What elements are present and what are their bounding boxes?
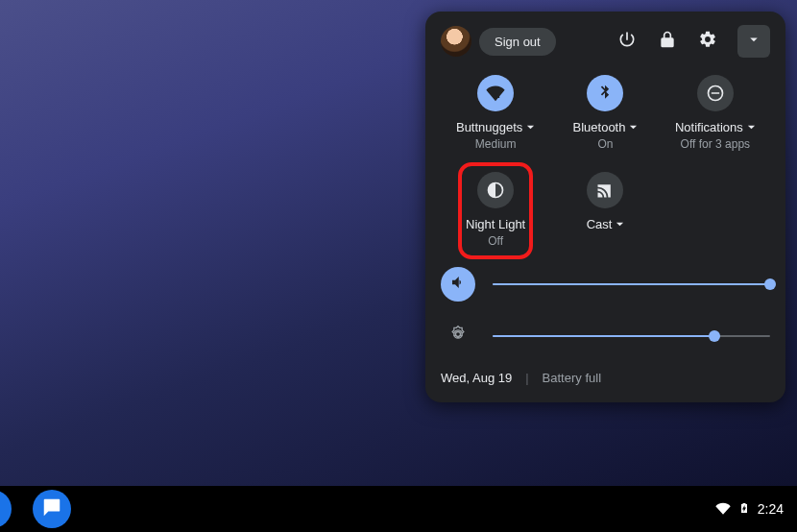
bluetooth-sublabel: On <box>597 137 613 151</box>
shelf-app-partial[interactable] <box>0 490 12 528</box>
do-not-disturb-icon <box>697 75 734 111</box>
lock-button[interactable] <box>651 25 684 58</box>
caret-down-icon <box>616 218 624 230</box>
volume-slider[interactable] <box>493 277 770 292</box>
tray-clock: 2:24 <box>758 501 784 517</box>
bluetooth-icon <box>587 75 623 111</box>
night-light-label-row: Night Light <box>466 218 525 230</box>
shelf: 2:24 <box>0 486 797 532</box>
caret-down-icon <box>747 121 756 133</box>
app-icon-partial <box>0 490 12 528</box>
night-light-label: Night Light <box>466 218 525 230</box>
notifications-sublabel: Off for 3 apps <box>681 137 751 151</box>
user-avatar[interactable] <box>441 26 471 57</box>
highlight-box: Night Light Off <box>458 162 533 259</box>
cast-icon <box>587 172 623 208</box>
panel-footer: Wed, Aug 19 | Battery full <box>441 371 770 385</box>
brightness-icon <box>448 325 468 348</box>
messages-app[interactable] <box>33 490 71 528</box>
quick-settings-panel: Sign out <box>425 12 785 402</box>
volume-button[interactable] <box>441 267 475 302</box>
cast-tile[interactable]: Cast <box>550 172 660 248</box>
cast-label: Cast <box>587 218 613 230</box>
chat-icon <box>41 496 62 522</box>
wifi-sublabel: Medium <box>475 137 517 151</box>
panel-header: Sign out <box>441 25 770 58</box>
collapse-button[interactable] <box>737 25 770 58</box>
night-light-sublabel: Off <box>488 234 503 248</box>
gear-icon <box>698 30 717 53</box>
cast-label-row: Cast <box>587 218 625 230</box>
wifi-label-row: Buttnuggets <box>456 121 535 133</box>
brightness-row <box>441 319 770 353</box>
wifi-tile[interactable]: Buttnuggets Medium <box>441 75 550 151</box>
bluetooth-label-row: Bluetooth <box>573 121 639 133</box>
bluetooth-tile[interactable]: Bluetooth On <box>550 75 660 151</box>
lock-icon <box>658 30 677 53</box>
footer-date: Wed, Aug 19 <box>441 371 512 385</box>
volume-fill <box>493 283 770 285</box>
settings-button[interactable] <box>691 25 724 58</box>
wifi-icon <box>477 75 514 111</box>
system-tray[interactable]: 2:24 <box>715 500 784 519</box>
battery-tray-icon <box>738 500 750 519</box>
night-light-icon <box>477 172 514 208</box>
shelf-left <box>0 490 71 528</box>
power-icon <box>617 30 637 53</box>
night-light-tile[interactable]: Night Light Off <box>441 172 550 248</box>
notifications-label: Notifications <box>675 121 743 133</box>
notifications-tile[interactable]: Notifications Off for 3 apps <box>661 75 770 151</box>
notifications-label-row: Notifications <box>675 121 756 133</box>
sign-out-button[interactable]: Sign out <box>479 28 556 56</box>
brightness-slider[interactable] <box>493 328 770 344</box>
brightness-button[interactable] <box>441 319 475 353</box>
footer-separator: | <box>525 371 528 385</box>
caret-down-icon <box>629 121 638 133</box>
bluetooth-label: Bluetooth <box>573 121 626 133</box>
footer-battery: Battery full <box>543 371 601 385</box>
volume-row <box>441 267 770 302</box>
wifi-tray-icon <box>715 500 731 519</box>
desktop: Sign out <box>0 0 797 532</box>
volume-thumb[interactable] <box>764 278 776 290</box>
caret-down-icon <box>526 121 535 133</box>
feature-tiles: Buttnuggets Medium Bluetooth On <box>441 75 770 248</box>
brightness-fill <box>493 335 714 337</box>
wifi-label: Buttnuggets <box>456 121 522 133</box>
volume-icon <box>449 274 467 295</box>
brightness-thumb[interactable] <box>709 330 720 342</box>
chevron-down-icon <box>745 31 762 52</box>
power-button[interactable] <box>611 25 643 58</box>
